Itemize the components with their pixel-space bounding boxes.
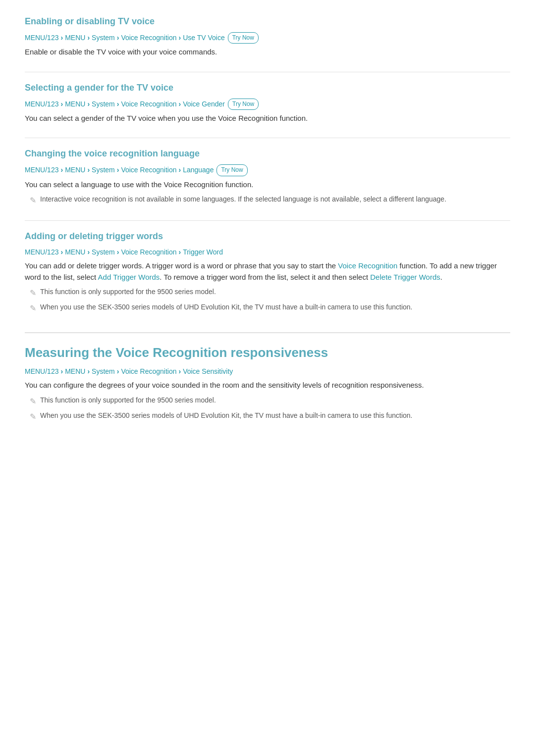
divider-2 — [25, 138, 510, 138]
breadcrumb-voicerec-c: Voice Recognition — [121, 165, 176, 175]
breadcrumb-triggerword: Trigger Word — [183, 247, 223, 257]
note-text-m1: When you use the SEK-3500 series models … — [40, 410, 412, 421]
link-deletetrigger: Delete Trigger Words — [370, 273, 440, 281]
pencil-icon-m1: ✎ — [30, 411, 36, 423]
sep-a1: › — [60, 247, 63, 257]
note-text-c0: Interactive voice recognition is not ava… — [40, 194, 446, 204]
breadcrumb-language: Language — [183, 165, 214, 175]
breadcrumb-measuring: MENU/123 › MENU › System › Voice Recogni… — [25, 366, 510, 377]
body-adding: You can add or delete trigger words. A t… — [25, 260, 510, 283]
breadcrumb-usetvvoice: Use TV Voice — [183, 33, 225, 43]
sep-m4: › — [178, 366, 181, 377]
sep-s1: › — [60, 99, 63, 109]
sep-c1: › — [60, 165, 63, 175]
section-changing: Changing the voice recognition language … — [25, 147, 510, 206]
try-now-selecting[interactable]: Try Now — [228, 99, 259, 110]
breadcrumb-voicerec-a: Voice Recognition — [121, 247, 176, 257]
sep1: › — [60, 33, 63, 43]
breadcrumb-menu123-s: MENU/123 — [25, 99, 58, 109]
breadcrumb-selecting: MENU/123 › MENU › System › Voice Recogni… — [25, 99, 510, 110]
sep-c3: › — [117, 165, 119, 175]
breadcrumb-voicerec-s: Voice Recognition — [121, 99, 176, 109]
breadcrumb-menu123-c: MENU/123 — [25, 165, 58, 175]
breadcrumb-system-c: System — [92, 165, 115, 175]
pencil-icon-a0: ✎ — [30, 287, 36, 299]
breadcrumb-menu-m: MENU — [65, 366, 85, 377]
breadcrumb-voicerec-m: Voice Recognition — [121, 366, 176, 377]
section-title-changing: Changing the voice recognition language — [25, 147, 510, 160]
sep-a3: › — [117, 247, 119, 257]
link-addtrigger: Add Trigger Words — [98, 273, 160, 281]
sep2: › — [87, 33, 90, 43]
section-enabling: Enabling or disabling TV voice MENU/123 … — [25, 15, 510, 58]
breadcrumb-voicerec: Voice Recognition — [121, 33, 176, 43]
sep-s2: › — [87, 99, 90, 109]
note-text-a1: When you use the SEK-3500 series models … — [40, 302, 412, 312]
sep-m2: › — [87, 366, 90, 377]
pencil-icon-m0: ✎ — [30, 396, 36, 407]
sep-s3: › — [117, 99, 119, 109]
sep-a4: › — [178, 247, 181, 257]
body-measuring: You can configure the degrees of your vo… — [25, 380, 510, 391]
breadcrumb-system-a: System — [92, 247, 115, 257]
breadcrumb-voicegender: Voice Gender — [183, 99, 225, 109]
breadcrumb-changing: MENU/123 › MENU › System › Voice Recogni… — [25, 164, 510, 176]
sep-a2: › — [87, 247, 90, 257]
breadcrumb-menu123-m: MENU/123 — [25, 366, 58, 377]
note-adding-0: ✎ This function is only supported for th… — [30, 287, 510, 299]
sep-c2: › — [87, 165, 90, 175]
section-title-enabling: Enabling or disabling TV voice — [25, 15, 510, 28]
breadcrumb-menu-s: MENU — [65, 99, 85, 109]
sep3: › — [117, 33, 119, 43]
divider-3 — [25, 220, 510, 221]
try-now-changing[interactable]: Try Now — [216, 164, 247, 176]
note-text-a0: This function is only supported for the … — [40, 287, 216, 297]
note-text-m0: This function is only supported for the … — [40, 395, 216, 405]
section-title-measuring: Measuring the Voice Recognition responsi… — [25, 343, 510, 362]
note-adding-1: ✎ When you use the SEK-3500 series model… — [30, 302, 510, 314]
breadcrumb-menu-c: MENU — [65, 165, 85, 175]
section-adding: Adding or deleting trigger words MENU/12… — [25, 230, 510, 314]
pencil-icon-c0: ✎ — [30, 195, 36, 206]
breadcrumb-voicesensitivity: Voice Sensitivity — [183, 366, 233, 377]
sep4: › — [178, 33, 181, 43]
try-now-enabling[interactable]: Try Now — [228, 32, 259, 44]
body-changing: You can select a language to use with th… — [25, 179, 510, 191]
sep-s4: › — [178, 99, 181, 109]
breadcrumb-menu-a: MENU — [65, 247, 85, 257]
section-selecting: Selecting a gender for the TV voice MENU… — [25, 81, 510, 124]
sep-m1: › — [60, 366, 63, 377]
note-measuring-1: ✎ When you use the SEK-3500 series model… — [30, 410, 510, 423]
breadcrumb-menu123-a: MENU/123 — [25, 247, 58, 257]
section-title-selecting: Selecting a gender for the TV voice — [25, 81, 510, 95]
sep-c4: › — [178, 165, 181, 175]
breadcrumb-menu123: MENU/123 — [25, 33, 58, 43]
link-voicerec: Voice Recognition — [338, 261, 397, 270]
pencil-icon-a1: ✎ — [30, 302, 36, 314]
breadcrumb-menu: MENU — [65, 33, 85, 43]
breadcrumb-adding: MENU/123 › MENU › System › Voice Recogni… — [25, 247, 510, 257]
body-selecting: You can select a gender of the TV voice … — [25, 113, 510, 124]
note-measuring-0: ✎ This function is only supported for th… — [30, 395, 510, 407]
section-measuring: Measuring the Voice Recognition responsi… — [25, 332, 510, 423]
section-title-adding: Adding or deleting trigger words — [25, 230, 510, 243]
body-enabling: Enable or disable the TV voice with your… — [25, 47, 510, 58]
breadcrumb-system-s: System — [92, 99, 115, 109]
note-changing-0: ✎ Interactive voice recognition is not a… — [30, 194, 510, 206]
breadcrumb-enabling: MENU/123 › MENU › System › Voice Recogni… — [25, 32, 510, 44]
breadcrumb-system: System — [92, 33, 115, 43]
sep-m3: › — [117, 366, 119, 377]
divider-1 — [25, 72, 510, 72]
breadcrumb-system-m: System — [92, 366, 115, 377]
